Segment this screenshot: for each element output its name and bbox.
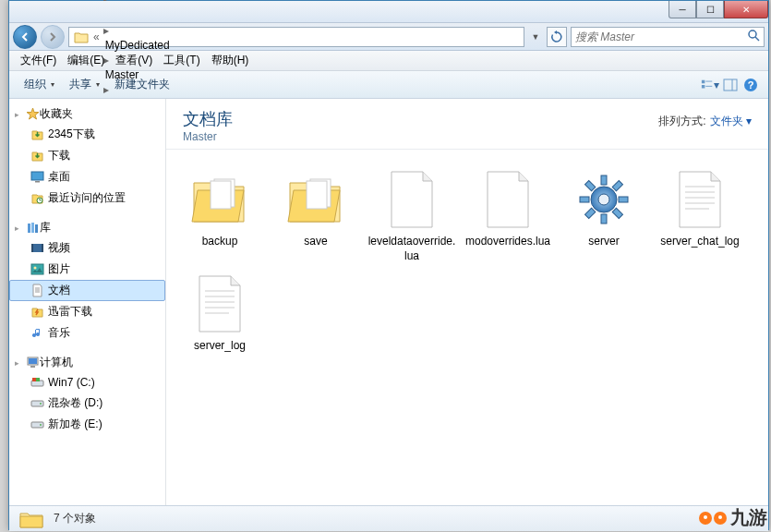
sidebar-item[interactable]: 新加卷 (E:) (9, 414, 165, 435)
sidebar-item[interactable]: 图片 (9, 259, 165, 280)
file-icon (475, 166, 541, 233)
file-item[interactable]: server_log (172, 267, 268, 357)
sidebar-item[interactable]: 迅雷下载 (9, 301, 165, 322)
file-item[interactable]: leveldataoverride.lua (364, 163, 460, 267)
close-button[interactable]: ✕ (724, 1, 768, 18)
file-item[interactable]: save (268, 163, 364, 267)
computer-header[interactable]: ▸ 计算机 (9, 353, 165, 372)
chevron-right-icon[interactable]: ▸ (102, 24, 111, 37)
file-label: server (588, 235, 619, 249)
minimize-button[interactable]: ─ (669, 1, 696, 18)
explorer-window: ─ ☐ ✕ « Klei▸DoNotStarveTogether▸MyDedic… (8, 0, 769, 530)
content-pane: 文档库 Master 排列方式: 文件夹 ▾ backupsavelevelda… (166, 99, 768, 505)
star-icon (25, 107, 40, 122)
window-controls: ─ ☐ ✕ (669, 1, 768, 18)
sidebar-item[interactable]: 最近访问的位置 (9, 187, 165, 209)
search-input[interactable] (575, 30, 748, 43)
recent-icon (30, 191, 44, 206)
svg-rect-35 (211, 181, 231, 209)
documents-icon (30, 284, 44, 298)
file-item[interactable]: modoverrides.lua (460, 163, 556, 267)
file-icon (379, 166, 445, 233)
svg-rect-15 (35, 224, 38, 233)
navigation-pane: ▸ 收藏夹 2345下载下载桌面最近访问的位置 ▸ 库 视频图片文档迅雷下载音乐 (9, 99, 166, 505)
thunder-icon (30, 305, 44, 320)
svg-point-33 (40, 424, 42, 426)
breadcrumb[interactable]: « Klei▸DoNotStarveTogether▸MyDedicated▸M… (68, 27, 524, 47)
sidebar-item-label: 新加卷 (E:) (48, 417, 102, 432)
svg-rect-19 (31, 264, 43, 274)
help-button[interactable]: ? (741, 75, 761, 95)
sidebar-item[interactable]: 下载 (9, 145, 165, 166)
svg-rect-5 (705, 85, 712, 86)
forward-button[interactable] (41, 25, 65, 49)
sidebar-item-label: 混杂卷 (D:) (48, 395, 102, 411)
music-icon (30, 326, 44, 341)
sidebar-item-label: 2345下载 (48, 127, 95, 142)
libraries-group: ▸ 库 视频图片文档迅雷下载音乐 (9, 218, 165, 344)
svg-rect-44 (612, 180, 622, 190)
share-button[interactable]: 共享 (62, 73, 107, 96)
view-icon (701, 79, 714, 91)
status-bar: 7 个对象 (9, 505, 768, 531)
svg-rect-30 (31, 401, 43, 406)
arrange-value[interactable]: 文件夹 ▾ (710, 114, 752, 129)
search-box[interactable] (571, 27, 765, 47)
menu-item[interactable]: 工具(T) (158, 51, 205, 70)
svg-rect-41 (601, 214, 607, 224)
sidebar-item-label: 音乐 (48, 325, 70, 341)
refresh-button[interactable] (547, 27, 567, 47)
titlebar[interactable]: ─ ☐ ✕ (9, 1, 768, 23)
explorer-body: ▸ 收藏夹 2345下载下载桌面最近访问的位置 ▸ 库 视频图片文档迅雷下载音乐 (9, 99, 768, 505)
svg-rect-47 (612, 208, 622, 218)
svg-rect-4 (702, 85, 705, 89)
menu-item[interactable]: 编辑(E) (62, 51, 110, 70)
drive-icon (30, 417, 44, 432)
sidebar-item[interactable]: 2345下载 (9, 124, 165, 145)
sidebar-item[interactable]: Win7 (C:) (9, 372, 165, 393)
sidebar-item[interactable]: 桌面 (9, 166, 165, 187)
folder-icon (283, 166, 349, 233)
svg-rect-17 (31, 244, 33, 252)
pictures-icon (30, 262, 44, 277)
pane-icon (723, 79, 738, 91)
toolbar: 组织 共享 新建文件夹 ▾ ? (9, 71, 768, 99)
back-button[interactable] (13, 25, 37, 49)
file-item[interactable]: server (556, 163, 652, 267)
sidebar-item[interactable]: 混杂卷 (D:) (9, 393, 165, 414)
collapse-icon: ▸ (15, 358, 25, 368)
sidebar-item-label: 图片 (48, 261, 70, 277)
breadcrumb-dropdown[interactable]: ▼ (528, 32, 543, 42)
sidebar-item[interactable]: 文档 (9, 280, 165, 301)
svg-rect-2 (702, 79, 705, 83)
svg-point-39 (598, 194, 609, 205)
file-item[interactable]: server_chat_log (652, 163, 748, 267)
menu-item[interactable]: 查看(V) (110, 51, 158, 70)
favorites-label: 收藏夹 (40, 106, 73, 122)
svg-rect-43 (619, 197, 628, 202)
maximize-button[interactable]: ☐ (696, 1, 724, 18)
svg-rect-26 (30, 366, 35, 368)
file-label: backup (202, 235, 238, 249)
preview-pane-button[interactable] (720, 75, 741, 95)
sidebar-item[interactable]: 音乐 (9, 322, 165, 344)
file-grid[interactable]: backupsaveleveldataoverride.luamodoverri… (166, 150, 768, 505)
libraries-header[interactable]: ▸ 库 (9, 218, 165, 237)
file-label: server_chat_log (660, 235, 739, 249)
video-icon (30, 241, 44, 256)
chevron-right-icon: « (91, 30, 102, 43)
svg-rect-46 (584, 180, 595, 190)
favorites-group: ▸ 收藏夹 2345下载下载桌面最近访问的位置 (9, 104, 165, 209)
menu-item[interactable]: 文件(F) (15, 51, 62, 70)
file-item[interactable]: backup (172, 163, 268, 267)
new-folder-button[interactable]: 新建文件夹 (107, 73, 177, 96)
folder-icon (73, 29, 90, 45)
favorites-header[interactable]: ▸ 收藏夹 (9, 104, 165, 124)
drive-icon (30, 396, 44, 411)
library-icon (25, 221, 40, 236)
sidebar-item[interactable]: 视频 (9, 237, 165, 259)
menu-item[interactable]: 帮助(H) (206, 51, 255, 70)
view-options-button[interactable]: ▾ (700, 75, 720, 95)
organize-button[interactable]: 组织 (17, 73, 62, 96)
sidebar-item-label: Win7 (C:) (48, 376, 95, 389)
